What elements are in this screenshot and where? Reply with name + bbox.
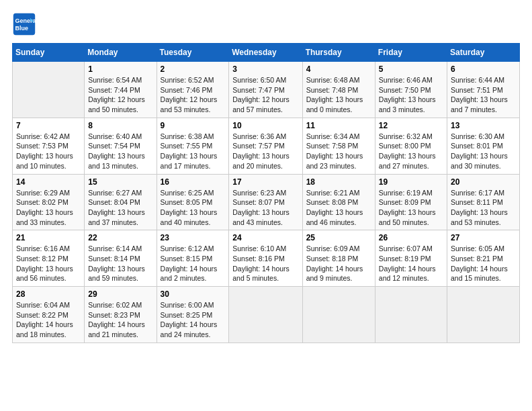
day-number: 13 [451,121,516,130]
weekday-header-friday: Friday [375,44,447,62]
day-info: Sunrise: 6:32 AM Sunset: 8:00 PM Dayligh… [379,132,443,171]
calendar-cell: 11Sunrise: 6:34 AM Sunset: 7:58 PM Dayli… [302,118,375,174]
day-info: Sunrise: 6:29 AM Sunset: 8:02 PM Dayligh… [16,188,81,228]
day-info: Sunrise: 6:00 AM Sunset: 8:25 PM Dayligh… [161,300,226,340]
calendar-cell [375,287,447,343]
calendar-cell: 5Sunrise: 6:46 AM Sunset: 7:50 PM Daylig… [375,62,447,118]
day-number: 16 [161,177,226,187]
calendar-cell [13,62,85,118]
calendar-cell: 20Sunrise: 6:17 AM Sunset: 8:11 PM Dayli… [447,174,520,230]
day-info: Sunrise: 6:30 AM Sunset: 8:01 PM Dayligh… [451,132,516,171]
day-number: 29 [88,289,152,299]
day-info: Sunrise: 6:54 AM Sunset: 7:44 PM Dayligh… [88,75,152,115]
weekday-header-sunday: Sunday [13,44,85,62]
day-info: Sunrise: 6:14 AM Sunset: 8:14 PM Dayligh… [88,244,152,283]
day-number: 17 [232,177,298,187]
day-number: 6 [451,64,516,74]
calendar-cell: 28Sunrise: 6:04 AM Sunset: 8:22 PM Dayli… [13,287,85,343]
calendar-cell: 23Sunrise: 6:12 AM Sunset: 8:15 PM Dayli… [157,230,229,287]
day-number: 2 [161,64,226,74]
calendar-cell [229,287,302,343]
day-number: 11 [306,121,371,130]
day-number: 3 [232,64,298,74]
day-info: Sunrise: 6:02 AM Sunset: 8:23 PM Dayligh… [88,300,152,340]
day-info: Sunrise: 6:52 AM Sunset: 7:46 PM Dayligh… [161,75,226,115]
day-info: Sunrise: 6:07 AM Sunset: 8:19 PM Dayligh… [379,244,443,283]
calendar-cell: 2Sunrise: 6:52 AM Sunset: 7:46 PM Daylig… [157,62,229,118]
calendar-body: 1Sunrise: 6:54 AM Sunset: 7:44 PM Daylig… [13,62,520,343]
day-info: Sunrise: 6:40 AM Sunset: 7:54 PM Dayligh… [88,132,152,171]
logo: General Blue [12,12,39,36]
weekday-header-thursday: Thursday [302,44,375,62]
day-info: Sunrise: 6:50 AM Sunset: 7:47 PM Dayligh… [232,75,298,115]
day-info: Sunrise: 6:21 AM Sunset: 8:08 PM Dayligh… [306,188,371,228]
weekday-header-saturday: Saturday [447,44,520,62]
day-info: Sunrise: 6:09 AM Sunset: 8:18 PM Dayligh… [306,244,371,283]
day-number: 24 [232,233,298,242]
day-number: 10 [232,121,298,130]
svg-text:Blue: Blue [15,25,29,32]
calendar-cell: 17Sunrise: 6:23 AM Sunset: 8:07 PM Dayli… [229,174,302,230]
calendar-cell: 24Sunrise: 6:10 AM Sunset: 8:16 PM Dayli… [229,230,302,287]
day-info: Sunrise: 6:12 AM Sunset: 8:15 PM Dayligh… [161,244,226,283]
calendar-cell: 29Sunrise: 6:02 AM Sunset: 8:23 PM Dayli… [85,287,157,343]
calendar-week-4: 21Sunrise: 6:16 AM Sunset: 8:12 PM Dayli… [13,230,520,287]
calendar-cell [302,287,375,343]
weekday-header-monday: Monday [85,44,157,62]
calendar-cell: 15Sunrise: 6:27 AM Sunset: 8:04 PM Dayli… [85,174,157,230]
day-info: Sunrise: 6:17 AM Sunset: 8:11 PM Dayligh… [451,188,516,228]
calendar-cell: 14Sunrise: 6:29 AM Sunset: 8:02 PM Dayli… [13,174,85,230]
day-number: 9 [161,121,226,130]
day-info: Sunrise: 6:19 AM Sunset: 8:09 PM Dayligh… [379,188,443,228]
day-number: 12 [379,121,443,130]
svg-text:General: General [15,17,37,24]
day-info: Sunrise: 6:48 AM Sunset: 7:48 PM Dayligh… [306,75,371,115]
day-info: Sunrise: 6:05 AM Sunset: 8:21 PM Dayligh… [451,244,516,283]
day-info: Sunrise: 6:25 AM Sunset: 8:05 PM Dayligh… [161,188,226,228]
calendar-week-3: 14Sunrise: 6:29 AM Sunset: 8:02 PM Dayli… [13,174,520,230]
day-info: Sunrise: 6:04 AM Sunset: 8:22 PM Dayligh… [16,300,81,340]
calendar-cell: 3Sunrise: 6:50 AM Sunset: 7:47 PM Daylig… [229,62,302,118]
day-number: 27 [451,233,516,242]
day-info: Sunrise: 6:10 AM Sunset: 8:16 PM Dayligh… [232,244,298,283]
day-number: 30 [161,289,226,299]
calendar-cell: 25Sunrise: 6:09 AM Sunset: 8:18 PM Dayli… [302,230,375,287]
calendar-cell: 9Sunrise: 6:38 AM Sunset: 7:55 PM Daylig… [157,118,229,174]
calendar-table: SundayMondayTuesdayWednesdayThursdayFrid… [12,43,520,343]
day-number: 7 [16,121,81,130]
calendar-cell [447,287,520,343]
calendar-cell: 8Sunrise: 6:40 AM Sunset: 7:54 PM Daylig… [85,118,157,174]
day-number: 28 [16,289,81,299]
day-number: 14 [16,177,81,187]
day-info: Sunrise: 6:44 AM Sunset: 7:51 PM Dayligh… [451,75,516,115]
day-info: Sunrise: 6:36 AM Sunset: 7:57 PM Dayligh… [232,132,298,171]
calendar-cell: 7Sunrise: 6:42 AM Sunset: 7:53 PM Daylig… [13,118,85,174]
calendar-cell: 10Sunrise: 6:36 AM Sunset: 7:57 PM Dayli… [229,118,302,174]
calendar-header-row: SundayMondayTuesdayWednesdayThursdayFrid… [13,44,520,62]
calendar-cell: 22Sunrise: 6:14 AM Sunset: 8:14 PM Dayli… [85,230,157,287]
calendar-cell: 18Sunrise: 6:21 AM Sunset: 8:08 PM Dayli… [302,174,375,230]
calendar-cell: 19Sunrise: 6:19 AM Sunset: 8:09 PM Dayli… [375,174,447,230]
weekday-header-tuesday: Tuesday [157,44,229,62]
day-number: 15 [88,177,152,187]
calendar-cell: 1Sunrise: 6:54 AM Sunset: 7:44 PM Daylig… [85,62,157,118]
day-info: Sunrise: 6:27 AM Sunset: 8:04 PM Dayligh… [88,188,152,228]
day-number: 1 [88,64,152,74]
calendar-cell: 16Sunrise: 6:25 AM Sunset: 8:05 PM Dayli… [157,174,229,230]
weekday-header-wednesday: Wednesday [229,44,302,62]
calendar-week-1: 1Sunrise: 6:54 AM Sunset: 7:44 PM Daylig… [13,62,520,118]
day-info: Sunrise: 6:42 AM Sunset: 7:53 PM Dayligh… [16,132,81,171]
day-number: 8 [88,121,152,130]
day-number: 19 [379,177,443,187]
logo-icon: General Blue [12,12,36,36]
day-number: 23 [161,233,226,242]
calendar-cell: 6Sunrise: 6:44 AM Sunset: 7:51 PM Daylig… [447,62,520,118]
day-number: 21 [16,233,81,242]
calendar-cell: 13Sunrise: 6:30 AM Sunset: 8:01 PM Dayli… [447,118,520,174]
calendar-cell: 12Sunrise: 6:32 AM Sunset: 8:00 PM Dayli… [375,118,447,174]
day-number: 20 [451,177,516,187]
calendar-cell: 27Sunrise: 6:05 AM Sunset: 8:21 PM Dayli… [447,230,520,287]
day-number: 25 [306,233,371,242]
day-number: 26 [379,233,443,242]
day-info: Sunrise: 6:16 AM Sunset: 8:12 PM Dayligh… [16,244,81,283]
